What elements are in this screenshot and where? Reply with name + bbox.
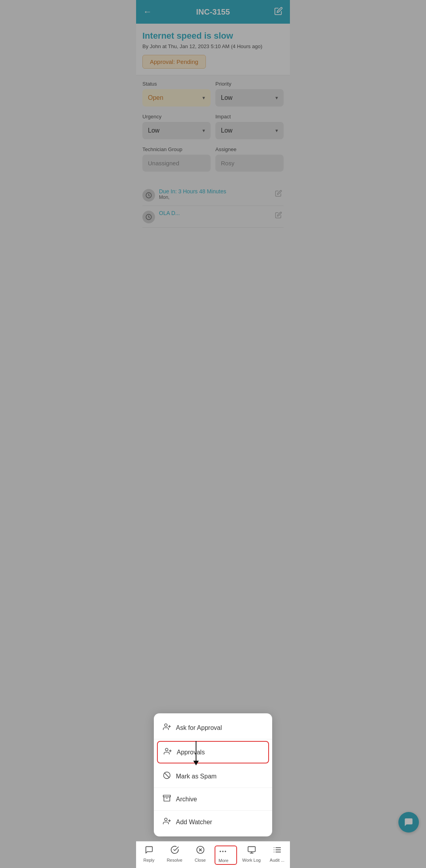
modal-overlay[interactable] xyxy=(136,0,290,264)
